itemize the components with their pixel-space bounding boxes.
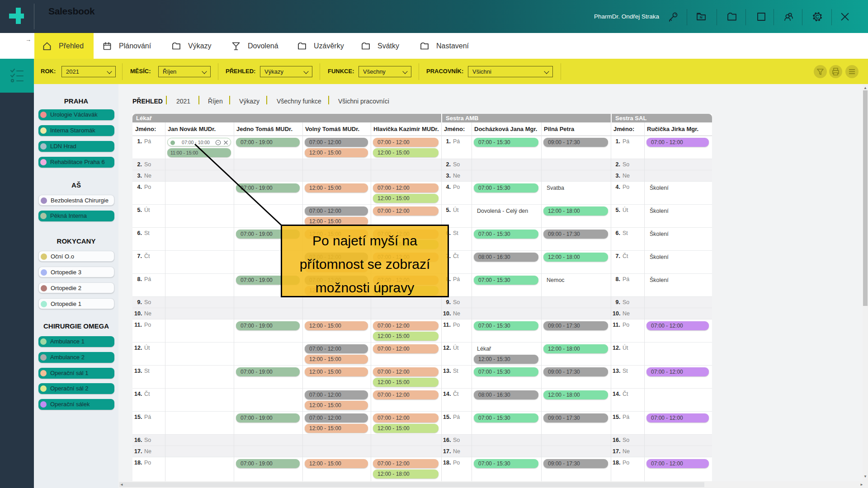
- svg-text:N: N: [700, 15, 703, 19]
